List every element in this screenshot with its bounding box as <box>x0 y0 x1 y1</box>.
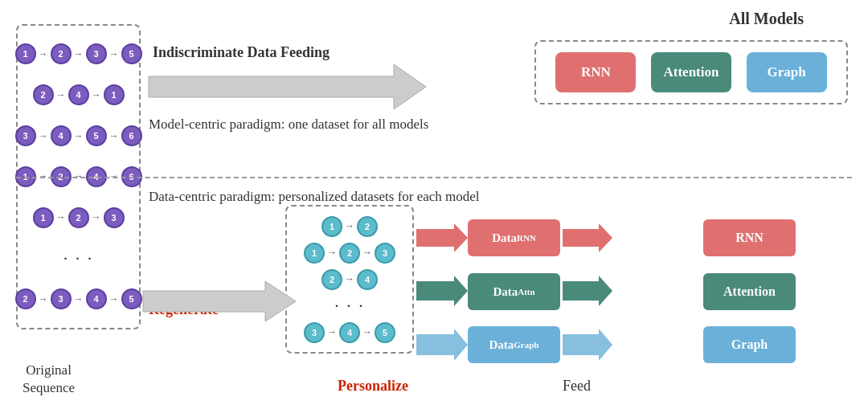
node: 4 <box>339 322 360 343</box>
arrow: → <box>345 220 354 232</box>
pers-seq-4: 3 → 4 → 5 <box>304 322 395 343</box>
node: 1 <box>304 243 325 264</box>
seq-row-2: 2 → 4 → 1 <box>33 84 125 105</box>
feeding-label: Indiscriminate Data Feeding <box>153 44 330 61</box>
node: 2 <box>321 269 342 290</box>
node: 1 <box>15 43 36 64</box>
feed-label: Feed <box>563 378 591 395</box>
node: 2 <box>33 84 54 105</box>
data-rnn-box: DataRNN <box>468 219 560 256</box>
seq-row-last: 2 → 3 → 4 → 5 <box>15 288 142 309</box>
output-rnn-box: RNN <box>703 219 796 256</box>
node: 3 <box>51 288 72 309</box>
node: 3 <box>375 243 395 264</box>
node: 5 <box>86 125 107 146</box>
arrow: → <box>74 293 84 305</box>
node: 2 <box>68 207 89 228</box>
node: 4 <box>51 125 72 146</box>
arrow: → <box>109 293 119 305</box>
node: 2 <box>15 288 36 309</box>
arrow: → <box>109 48 119 60</box>
data-attn-box: DataAttn <box>468 273 560 310</box>
node: 3 <box>304 322 325 343</box>
personalize-label: Personalize <box>338 378 408 395</box>
divider <box>16 177 852 178</box>
pers-seq-3: 2 → 4 <box>321 269 378 290</box>
arrow: → <box>327 247 337 259</box>
node: 6 <box>121 125 142 146</box>
arrow-to-data-rnn <box>416 223 468 252</box>
model-centric-label: Model-centric paradigm: one dataset for … <box>149 117 428 133</box>
output-graph-box: Graph <box>703 326 796 363</box>
node: 4 <box>86 288 107 309</box>
arrow-datagraph-to-graph <box>563 329 612 361</box>
data-attn-sub: Attn <box>518 287 534 297</box>
arrow: → <box>74 130 84 142</box>
model-graph-box: Graph <box>747 52 827 92</box>
dots: · · · <box>334 296 365 317</box>
data-graph-box: DataGraph <box>468 326 560 363</box>
arrow-dataattn-to-attn <box>563 276 612 306</box>
seq-row-5: 1 → 2 → 3 <box>33 207 125 228</box>
node: 1 <box>33 207 54 228</box>
node: 3 <box>86 43 107 64</box>
arrow-to-data-graph <box>416 329 468 361</box>
arrow: → <box>345 273 354 285</box>
data-rnn-sub: RNN <box>517 233 536 243</box>
node: 4 <box>357 269 378 290</box>
data-graph-sub: Graph <box>514 340 538 350</box>
arrow: → <box>56 89 66 101</box>
node: 1 <box>104 84 125 105</box>
orig-seq-label: OriginalSequence <box>23 362 75 397</box>
arrow: → <box>56 211 66 223</box>
arrow: → <box>39 293 48 305</box>
model-attention-box: Attention <box>651 52 731 92</box>
pers-seq-1: 1 → 2 <box>321 216 378 237</box>
feeding-arrow-shape <box>149 64 426 109</box>
all-models-box: RNN Attention Graph <box>534 40 848 104</box>
node: 5 <box>121 288 142 309</box>
node: 1 <box>321 216 342 237</box>
node: 3 <box>104 207 125 228</box>
arrow-datarnn-to-rnn <box>563 223 612 252</box>
node: 2 <box>339 243 360 264</box>
arrow: → <box>362 326 372 338</box>
arrow: → <box>39 48 48 60</box>
regenerate-label: Regenerate <box>149 301 219 318</box>
personalized-datasets-box: 1 → 2 1 → 2 → 3 2 → 4 · · · 3 → 4 → 5 <box>285 205 414 354</box>
dots: · · · <box>63 248 94 269</box>
arrow: → <box>92 211 101 223</box>
arrow: → <box>92 89 101 101</box>
all-models-label: All Models <box>729 10 804 28</box>
arrow: → <box>39 130 48 142</box>
seq-row-3: 3 → 4 → 5 → 6 <box>15 125 142 146</box>
output-attn-box: Attention <box>703 273 796 310</box>
node: 5 <box>121 43 142 64</box>
node: 4 <box>68 84 89 105</box>
arrow-to-data-attn <box>416 276 468 306</box>
arrow: → <box>362 247 372 259</box>
pers-seq-2: 1 → 2 → 3 <box>304 243 395 264</box>
arrow: → <box>74 48 84 60</box>
arrow: → <box>109 130 119 142</box>
node: 3 <box>15 125 36 146</box>
node: 5 <box>375 322 395 343</box>
model-rnn-box: RNN <box>555 52 636 92</box>
data-centric-label: Data-centric paradigm: personalized data… <box>149 189 480 205</box>
seq-row-1: 1 → 2 → 3 → 5 <box>15 43 142 64</box>
node: 2 <box>51 43 72 64</box>
arrow: → <box>327 326 337 338</box>
node: 2 <box>357 216 378 237</box>
main-container: All Models RNN Attention Graph 1 → 2 → 3… <box>0 0 868 409</box>
